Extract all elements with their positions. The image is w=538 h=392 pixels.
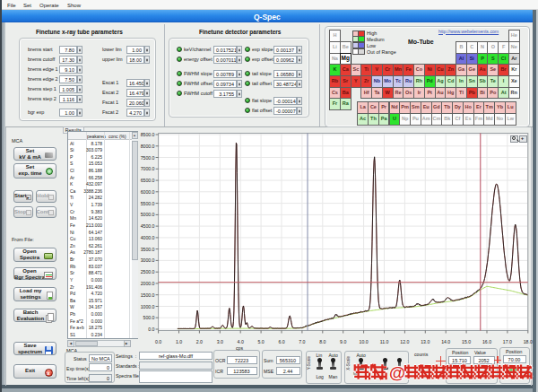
svg-text:@: @: [389, 363, 405, 382]
